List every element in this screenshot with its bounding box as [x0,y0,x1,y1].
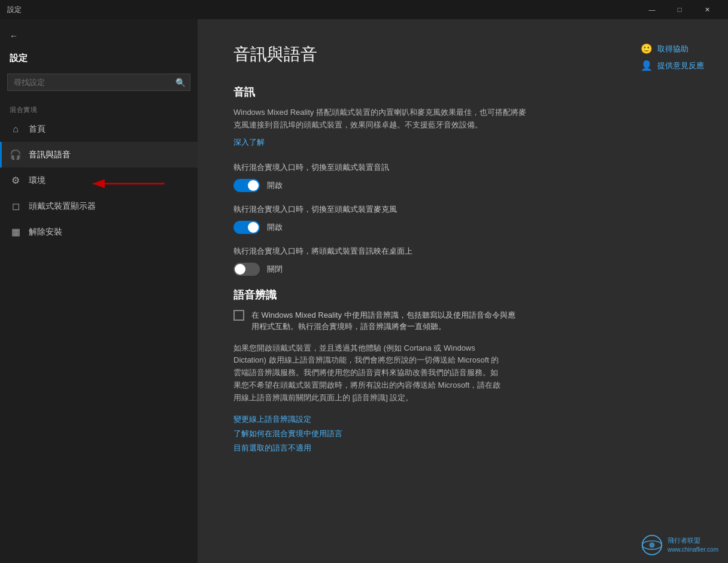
sidebar-item-label: 解除安裝 [29,227,62,238]
toggle1-row: 開啟 [233,179,692,192]
title-bar-text: 設定 [7,5,638,15]
toggle2-knob [248,222,259,233]
uninstall-icon: ▦ [10,226,22,238]
sidebar-title: 設定 [0,48,198,74]
watermark-text: 飛行者联盟 www.chinaflier.com [668,536,718,553]
home-icon: ⌂ [10,124,22,135]
search-input[interactable] [7,74,190,91]
speech-settings-link[interactable]: 變更線上語音辨識設定 [233,414,692,425]
language-unavailable-link[interactable]: 目前選取的語言不適用 [233,443,692,454]
watermark-logo [641,534,663,556]
watermark-brand: 飛行者联盟 [668,536,718,545]
help-panel: 🙂 取得協助 👤 提供意見反應 [641,43,704,72]
help-icon: 🙂 [641,43,653,55]
toggle2-label: 開啟 [267,222,283,233]
speech-info-text: 如果您開啟頭戴式裝置，並且透過其他體驗 (例如 Cortana 或 Window… [233,342,503,404]
search-icon: 🔍 [175,78,186,87]
speech-section-title: 語音辨識 [233,288,692,302]
get-help-link[interactable]: 取得協助 [657,44,688,54]
back-icon: ← [10,31,18,41]
sidebar-item-label: 頭戴式裝置顯示器 [29,201,96,212]
setting3-label: 執行混合實境入口時，將頭戴式裝置音訊映在桌面上 [233,246,692,257]
app-container: ← 設定 🔍 混合實境 ⌂ 首頁 🎧 音訊與語音 ⚙ 環境 ◻ 頭戴式裝置顯示器 [0,19,728,563]
sidebar-item-environment[interactable]: ⚙ 環境 [0,168,198,193]
title-bar: 設定 — □ ✕ [0,0,728,19]
headset-icon: ◻ [10,200,22,212]
language-link[interactable]: 了解如何在混合實境中使用語言 [233,428,692,439]
feedback-link[interactable]: 提供意見反應 [657,60,704,71]
close-button[interactable]: ✕ [693,0,721,19]
back-button[interactable]: ← [0,24,198,48]
setting2-label: 執行混合實境入口時，切換至頭戴式裝置麥克風 [233,204,692,215]
search-bar: 🔍 [7,74,190,91]
page-title: 音訊與語音 [233,43,692,66]
feedback-icon: 👤 [641,60,653,72]
toggle3-label: 關閉 [267,264,283,275]
main-content: 🙂 取得協助 👤 提供意見反應 音訊與語音 音訊 Windows Mixed R… [198,19,728,563]
setting1-label: 執行混合實境入口時，切換至頭戴式裝置音訊 [233,162,692,173]
watermark-site: www.chinaflier.com [668,546,718,554]
learn-more-link[interactable]: 深入了解 [233,137,265,148]
speech-checkbox[interactable] [233,310,244,321]
toggle1-label: 開啟 [267,180,283,191]
svg-point-4 [649,543,654,548]
get-help-item[interactable]: 🙂 取得協助 [641,43,704,55]
maximize-button[interactable]: □ [666,0,693,19]
audio-setting-3: 執行混合實境入口時，將頭戴式裝置音訊映在桌面上 關閉 [233,246,692,276]
sidebar-item-uninstall[interactable]: ▦ 解除安裝 [0,219,198,245]
toggle3[interactable] [233,263,260,276]
toggle3-row: 關閉 [233,263,692,276]
audio-icon: 🎧 [10,149,22,160]
sidebar-item-label: 環境 [29,175,46,186]
toggle3-knob [235,264,245,275]
title-bar-controls: — □ ✕ [638,0,721,19]
sidebar-item-label: 首頁 [29,124,46,135]
speech-checkbox-text: 在 Windows Mixed Reality 中使用語音辨識，包括聽寫以及使用… [251,309,521,333]
audio-setting-2: 執行混合實境入口時，切換至頭戴式裝置麥克風 開啟 [233,204,692,234]
feedback-item[interactable]: 👤 提供意見反應 [641,60,704,72]
environment-icon: ⚙ [10,175,22,186]
sidebar-section-label: 混合實境 [0,101,198,117]
audio-setting-1: 執行混合實境入口時，切換至頭戴式裝置音訊 開啟 [233,162,692,192]
audio-section-title: 音訊 [233,85,692,99]
sidebar: ← 設定 🔍 混合實境 ⌂ 首頁 🎧 音訊與語音 ⚙ 環境 ◻ 頭戴式裝置顯示器 [0,19,198,563]
toggle2-row: 開啟 [233,221,692,234]
toggle1-knob [248,180,259,191]
sidebar-item-headset[interactable]: ◻ 頭戴式裝置顯示器 [0,193,198,219]
sidebar-item-home[interactable]: ⌂ 首頁 [0,117,198,142]
sidebar-item-label: 音訊與語音 [29,150,71,160]
speech-checkbox-row: 在 Windows Mixed Reality 中使用語音辨識，包括聽寫以及使用… [233,309,692,333]
sidebar-item-audio[interactable]: 🎧 音訊與語音 [0,142,198,168]
watermark: 飛行者联盟 www.chinaflier.com [641,534,718,556]
toggle2[interactable] [233,221,260,234]
minimize-button[interactable]: — [638,0,666,19]
toggle1[interactable] [233,179,260,192]
audio-description: Windows Mixed Reality 搭配頭戴式裝置的內置喇叭和麥克風效果… [233,106,533,132]
